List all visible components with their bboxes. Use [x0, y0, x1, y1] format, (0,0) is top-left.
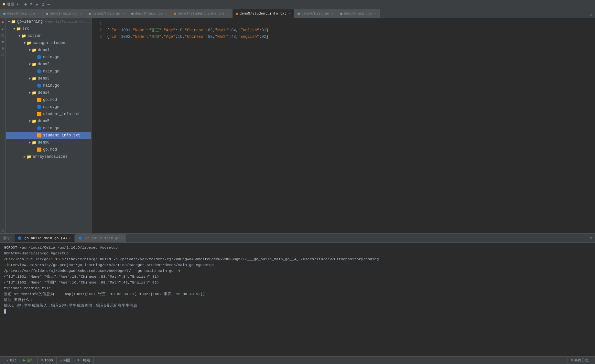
tree-label: demo3	[38, 76, 49, 81]
run-tab-1-label: go build main.go (4)	[25, 236, 67, 240]
terminal-status[interactable]: >_ 终端	[74, 357, 94, 364]
tree-label: arraysandslices	[33, 155, 68, 159]
tree-demo4-gomod[interactable]: 🟧 go.mod	[6, 96, 91, 103]
go-file-icon: 🔵	[37, 105, 42, 110]
sidebar-icon-5[interactable]: ⊞	[2, 46, 4, 51]
tree-demo5-main[interactable]: 🔵 main.go	[6, 125, 91, 132]
sidebar-icon-6[interactable]: ⬡	[1, 52, 4, 58]
tab-demo2-main[interactable]: demo2/main.go ✕	[85, 9, 128, 18]
tree-demo4[interactable]: ▼ 📁 demo4	[6, 89, 91, 96]
tab-close[interactable]: ✕	[331, 12, 333, 16]
tree-demo4-main[interactable]: 🔵 main.go	[6, 103, 91, 111]
tree-demo6[interactable]: ▶ 📁 demo6	[6, 139, 91, 146]
tab-close[interactable]: ✕	[37, 12, 39, 16]
code-content[interactable]: {"Id":1001,"Name":"张三","Age":18,"Chinese…	[104, 18, 595, 233]
tab-demo5-txt[interactable]: demo5/student_info.txt ✕	[233, 9, 294, 18]
tab-label: demo2/main.go	[92, 12, 120, 16]
run-tab-1[interactable]: 🔵 go build main.go (4) ✕	[15, 234, 74, 242]
tree-demo3-main[interactable]: 🔵 main.go	[6, 82, 91, 89]
tab-demo4-main[interactable]: demo4/main.go ✕	[294, 9, 337, 18]
editor-tabs: demo6/main.go ✕ demo1/main.go ✕ demo2/ma…	[0, 9, 595, 18]
tab-demo4-txt[interactable]: demo4/student_info.txt ✕	[170, 9, 232, 18]
tab-close[interactable]: ✕	[374, 12, 376, 16]
tree-action[interactable]: ▼ 📁 action	[6, 32, 91, 39]
tree-manager-student[interactable]: ▼ 📁 manager-student	[6, 39, 91, 47]
terminal-line: /private/var/folders/cj/29d0qgwd45nbcztc…	[4, 268, 591, 274]
code-editor[interactable]: 1 2 3 {"Id":1001,"Name":"张三","Age":18,"C…	[92, 18, 595, 233]
event-log-status[interactable]: ⊞ 事件日志	[568, 358, 592, 363]
run-label: 运行:	[3, 236, 12, 241]
folder-icon: 📁	[32, 48, 37, 53]
terminal-output[interactable]: GOROOT=/usr/local/Cellar/go/1.16.5/libex…	[0, 243, 595, 356]
tree-demo5-txt[interactable]: 🟧 student_info.txt	[6, 132, 91, 139]
sidebar-icon-4[interactable]: 🗑	[1, 39, 5, 45]
terminal-cursor	[4, 309, 6, 314]
tab-dot	[89, 13, 91, 15]
tab-dot	[340, 13, 342, 15]
tab-demo1-main[interactable]: demo1/main.go ✕	[43, 9, 85, 18]
tree-demo4-txt[interactable]: 🟧 student_info.txt	[6, 111, 91, 118]
problem-status[interactable]: ⚠ 问题	[57, 357, 74, 364]
tree-label: student_info.txt	[43, 112, 80, 116]
tree-demo5[interactable]: ▼ 📁 demo5	[6, 118, 91, 125]
main-area: ● ▶ ⬡ 🗑 ⊞ ⬡ ⬡ ▼ 📁 go-learning ~/dev/GitR…	[0, 18, 595, 233]
nav-icon-2[interactable]: ≡	[29, 2, 34, 7]
project-icon: ■	[3, 2, 5, 7]
run-status[interactable]: ▶ 运行	[20, 357, 38, 364]
tab-demo5-main[interactable]: demo5/main.go ✕	[337, 9, 380, 18]
tree-src[interactable]: ▼ 📁 src	[6, 25, 91, 32]
folder-icon: 📁	[32, 140, 37, 145]
project-menu[interactable]: 项目 ▾	[6, 2, 19, 7]
terminal-cursor-line	[4, 309, 591, 315]
gear-icon[interactable]: ⚙	[590, 235, 592, 241]
tree-demo2[interactable]: ▼ 📁 demo2	[6, 61, 91, 68]
tree-demo3[interactable]: ▼ 📁 demo3	[6, 75, 91, 82]
tree-demo1-main[interactable]: 🔵 main.go	[6, 54, 91, 61]
tab-demo6-main[interactable]: demo6/main.go ✕	[0, 9, 43, 18]
minimize-icon[interactable]: —	[47, 2, 51, 7]
terminal-line: /usr/local/Cellar/go/1.16.5/libexec/bin/…	[4, 256, 591, 262]
sidebar-icon-7[interactable]: ⬡	[1, 228, 4, 233]
terminal-line: GOPATH=/Users/lin/go #gosetup	[4, 251, 591, 256]
arrow-icon: ▼	[28, 48, 32, 52]
tab-label: demo4/student_info.txt	[178, 12, 224, 16]
tab-demo3-main[interactable]: demo3/main.go ✕	[128, 9, 171, 18]
settings-icon[interactable]: ⚙	[41, 2, 45, 7]
run-tab-2-close[interactable]: ✕	[121, 236, 123, 240]
tab-label: demo5/main.go	[344, 12, 372, 16]
nav-icon-1[interactable]: ⊕	[23, 2, 28, 7]
tree-label: manager-student	[33, 41, 68, 45]
arrow-icon: ▼	[28, 91, 32, 95]
problem-icon: ⚠	[60, 358, 62, 363]
sidebar-icon-2[interactable]: ▶	[2, 27, 4, 32]
tree-demo1[interactable]: ▼ 📁 demo1	[6, 47, 91, 54]
sidebar-icon-1[interactable]: ●	[2, 19, 4, 25]
tab-close[interactable]: ✕	[165, 12, 167, 16]
title-icons: ⊕ ≡ ⇌ ⚙ —	[23, 2, 51, 7]
tree-demo6-gomod[interactable]: 🟧 go.mod	[6, 146, 91, 153]
todo-status[interactable]: ≡ TODO	[38, 357, 57, 364]
left-sidebar-icons: ● ▶ ⬡ 🗑 ⊞ ⬡ ⬡	[0, 18, 6, 233]
tree-arraysandslices[interactable]: ▶ 📁 arraysandslices	[6, 153, 91, 160]
run-tab-1-close[interactable]: ✕	[69, 236, 71, 240]
terminal-line: -interview-university/go-project/go-lear…	[4, 262, 591, 268]
tab-label: demo6/main.go	[7, 12, 35, 16]
tree-demo2-main[interactable]: 🔵 main.go	[6, 68, 91, 75]
git-status[interactable]: ⑂ Git	[3, 357, 20, 364]
tab-label: demo5/student_info.txt	[240, 12, 287, 16]
tree-label: go.mod	[43, 147, 57, 152]
tab-close[interactable]: ✕	[80, 12, 82, 16]
tab-close[interactable]: ✕	[227, 12, 229, 16]
tree-label: demo2	[38, 62, 49, 67]
tree-label: demo4	[38, 91, 49, 95]
tree-project-root[interactable]: ▼ 📁 go-learning ~/dev/GitRepository/c...	[6, 18, 91, 25]
run-tab-2[interactable]: 🔵 go build main.go ✕	[75, 234, 126, 242]
nav-icon-3[interactable]: ⇌	[35, 2, 39, 7]
tree-label: go-learning	[17, 19, 43, 24]
terminal-line: finished reading file	[4, 285, 591, 291]
sidebar-icon-3[interactable]: ⬡	[1, 33, 4, 38]
tree-label: demo6	[38, 140, 49, 145]
folder-icon: 📁	[32, 76, 37, 81]
tab-close[interactable]: ✕	[289, 12, 291, 16]
tab-close[interactable]: ✕	[123, 12, 124, 16]
